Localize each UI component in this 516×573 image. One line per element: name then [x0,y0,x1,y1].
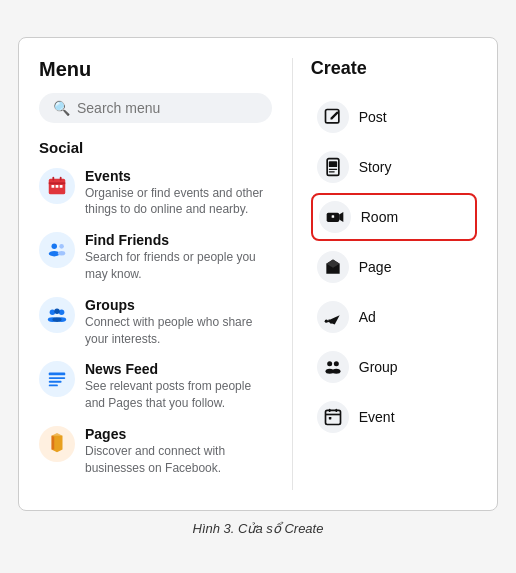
newsfeed-title: News Feed [85,361,272,377]
page-icon [317,251,349,283]
friends-title: Find Friends [85,232,272,248]
caption: Hình 3. Cửa sổ Create [193,521,324,536]
svg-rect-20 [49,385,58,387]
create-item-group[interactable]: Group [311,343,477,391]
search-bar[interactable]: 🔍 [39,93,272,123]
svg-rect-5 [56,185,59,188]
svg-rect-19 [49,381,62,383]
menu-item-events[interactable]: Events Organise or find events and other… [39,168,272,219]
pages-icon [39,426,75,462]
svg-rect-41 [329,408,331,411]
svg-point-7 [52,244,58,250]
svg-rect-6 [60,185,63,188]
create-item-event[interactable]: Event [311,393,477,441]
newsfeed-icon [39,361,75,397]
svg-rect-4 [52,185,55,188]
svg-rect-18 [49,377,66,379]
events-desc: Organise or find events and other things… [85,185,272,219]
svg-rect-22 [52,436,55,450]
svg-rect-28 [329,161,337,167]
friends-text: Find Friends Search for friends or peopl… [85,232,272,283]
menu-card: Menu 🔍 Social [18,37,498,512]
event-label: Event [359,409,395,425]
svg-rect-43 [329,417,332,420]
svg-rect-42 [335,408,337,411]
left-panel: Menu 🔍 Social [39,58,272,491]
svg-point-16 [52,317,61,322]
svg-rect-17 [49,373,66,376]
room-label: Room [361,209,398,225]
svg-rect-26 [329,168,337,169]
story-icon [317,151,349,183]
pages-desc: Discover and connect with businesses on … [85,443,272,477]
svg-rect-27 [329,171,335,172]
newsfeed-text: News Feed See relevant posts from people… [85,361,272,412]
ad-label: Ad [359,309,376,325]
events-text: Events Organise or find events and other… [85,168,272,219]
event-icon [317,401,349,433]
group-label: Group [359,359,398,375]
groups-icon [39,297,75,333]
svg-point-38 [332,368,340,373]
menu-title: Menu [39,58,272,81]
create-item-post[interactable]: Post [311,93,477,141]
svg-rect-40 [325,413,340,415]
room-icon [319,201,351,233]
svg-point-10 [58,251,65,256]
groups-title: Groups [85,297,272,313]
events-title: Events [85,168,272,184]
menu-item-friends[interactable]: Find Friends Search for friends or peopl… [39,232,272,283]
svg-rect-39 [325,410,340,424]
menu-item-newsfeed[interactable]: News Feed See relevant posts from people… [39,361,272,412]
social-section-label: Social [39,139,272,156]
search-icon: 🔍 [53,100,70,116]
svg-point-36 [334,361,339,366]
post-icon [317,101,349,133]
svg-rect-31 [331,215,334,218]
menu-item-pages[interactable]: Pages Discover and connect with business… [39,426,272,477]
pages-title: Pages [85,426,272,442]
menu-item-groups[interactable]: Groups Connect with people who share you… [39,297,272,348]
outer-wrapper: Menu 🔍 Social [18,37,498,537]
story-label: Story [359,159,392,175]
svg-point-9 [59,244,64,249]
newsfeed-desc: See relevant posts from people and Pages… [85,378,272,412]
groups-desc: Connect with people who share your inter… [85,314,272,348]
ad-icon [317,301,349,333]
svg-point-12 [59,309,65,315]
create-item-story[interactable]: Story [311,143,477,191]
svg-rect-3 [60,176,62,180]
svg-marker-30 [339,212,343,222]
svg-point-34 [324,319,327,322]
create-item-room[interactable]: Room [311,193,477,241]
svg-point-15 [54,308,60,314]
group-icon [317,351,349,383]
groups-text: Groups Connect with people who share you… [85,297,272,348]
create-item-page[interactable]: Page [311,243,477,291]
events-icon [39,168,75,204]
pages-text: Pages Discover and connect with business… [85,426,272,477]
search-input[interactable] [77,100,258,116]
svg-rect-1 [49,182,66,184]
svg-point-35 [327,361,332,366]
right-panel: Create Post [292,58,477,491]
friends-desc: Search for friends or people you may kno… [85,249,272,283]
svg-rect-2 [52,176,54,180]
friends-icon [39,232,75,268]
create-item-ad[interactable]: Ad [311,293,477,341]
svg-point-11 [50,309,56,315]
post-label: Post [359,109,387,125]
page-label: Page [359,259,392,275]
create-title: Create [311,58,477,79]
